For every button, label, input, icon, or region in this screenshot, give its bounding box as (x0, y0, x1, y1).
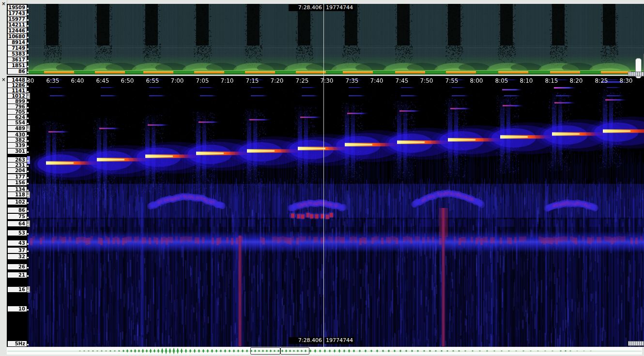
freq-tick-label: 1286 (8, 83, 27, 88)
freq-tick-label: 554 (8, 120, 27, 125)
freq-tick-label: 12446 (8, 28, 27, 33)
overview-waveform-canvas[interactable] (7, 347, 642, 355)
freq-tick-label: 10680 (8, 34, 27, 39)
freq-tick-label: 14211 (8, 22, 27, 28)
freq-tick-label: 102 (8, 199, 27, 205)
freq-tick-label: 17743 (8, 11, 27, 16)
playhead-time-label-bottom: 7:28.406 (289, 337, 323, 344)
freq-tick-label: 1012 (8, 93, 27, 99)
freq-tick-label: 177 (8, 174, 27, 179)
freq-tick-label: 156 (8, 180, 27, 185)
freq-tick-label: 86 (8, 208, 27, 213)
freq-tick-label: 705 (8, 109, 27, 115)
freq-tick-label: 430 (8, 132, 27, 137)
freq-tick-label: 1851 (8, 63, 27, 68)
close-bottom-pane-button[interactable]: × (1, 77, 6, 82)
freq-tick-label: 53 (8, 230, 27, 236)
spectrogram-canvas-bottom[interactable] (28, 76, 644, 347)
freq-tick-label: 75 (8, 214, 27, 219)
playhead-line-top[interactable] (323, 4, 324, 74)
freq-tick-label: 43 (8, 240, 27, 246)
freq-tick-label: 339 (8, 143, 27, 148)
freq-tick-label: 204 (8, 168, 27, 173)
close-top-pane-button[interactable]: × (1, 1, 6, 6)
freq-tick-label: 8914 (8, 40, 27, 45)
horizontal-zoom-thumbwheel-bottom[interactable] (628, 341, 644, 346)
horizontal-zoom-thumbwheel-top[interactable] (628, 72, 644, 76)
freq-tick-label: 10 (8, 306, 27, 312)
freq-tick-label: 86 (8, 69, 27, 74)
freq-tick-label: 899 (8, 99, 27, 104)
pane-left-margin (0, 0, 7, 356)
freq-tick-label: 231 (8, 163, 27, 168)
freq-tick-label: 1448 (8, 77, 27, 83)
freq-tick-label: 5383 (8, 51, 27, 57)
freq-tick-label: 1141 (8, 88, 27, 93)
freq-tick-label: 263 (8, 157, 27, 163)
freq-tick-label: 26 (8, 264, 27, 269)
freq-tick-label: 19509 (8, 5, 27, 10)
freq-tick-label: 7149 (8, 45, 27, 51)
frequency-axis-top: 1950917743159771421112446106808914714953… (7, 4, 28, 74)
freq-tick-label: 15977 (8, 16, 27, 22)
overview-view-box[interactable] (280, 347, 309, 355)
spectrogram-pane-bottom[interactable]: 6:306:356:406:456:506:557:007:057:107:15… (7, 76, 644, 347)
frequency-axis-bottom: 1448128611411012899796705624554489430382… (7, 76, 28, 347)
freq-tick-label: 5Hz (8, 341, 27, 346)
playhead-frame-label-top: 19774744 (324, 4, 354, 11)
freq-tick-label: 134 (8, 187, 27, 192)
freq-tick-label: 796 (8, 104, 27, 109)
app-window: × × 195091774315977142111244610680891471… (0, 0, 644, 356)
freq-tick-label: 382 (8, 137, 27, 143)
freq-tick-label: 118 (8, 192, 27, 197)
global-overview-strip[interactable] (7, 347, 642, 355)
spectrogram-pane-top[interactable]: 1950917743159771421112446106808914714953… (7, 4, 644, 74)
freq-tick-label: 37 (8, 248, 27, 253)
freq-tick-label: 16 (8, 287, 27, 292)
freq-tick-label: 301 (8, 148, 27, 154)
freq-tick-label: 624 (8, 115, 27, 120)
freq-tick-label: 489 (8, 126, 27, 131)
freq-tick-label: 64 (8, 221, 27, 226)
playhead-line-bottom[interactable] (323, 76, 324, 347)
freq-tick-label: 32 (8, 254, 27, 259)
spectrogram-canvas-top[interactable] (28, 4, 644, 74)
freq-tick-label: 21 (8, 272, 27, 278)
playhead-time-label-top: 7:28.406 (289, 4, 323, 11)
freq-tick-label: 3617 (8, 57, 27, 62)
playhead-frame-label-bottom: 19774744 (324, 337, 354, 344)
overview-view-box[interactable] (250, 347, 280, 355)
